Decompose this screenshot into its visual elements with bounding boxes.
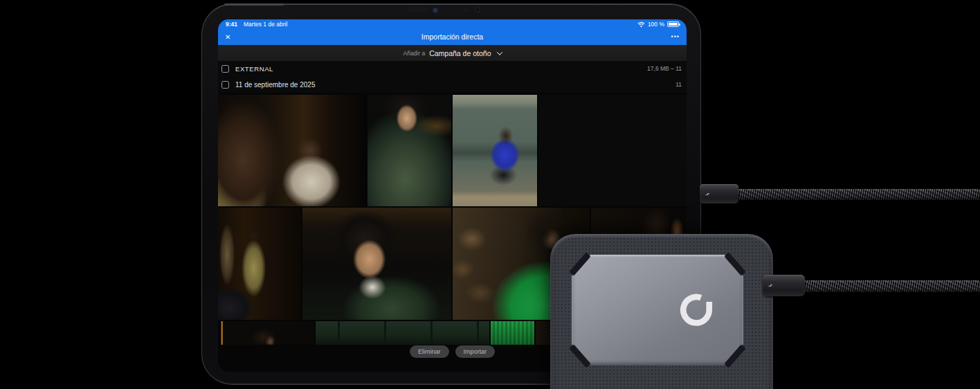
status-date: Martes 1 de abril	[244, 21, 287, 28]
battery-percent: 100 %	[648, 21, 664, 28]
destination-selector[interactable]: Añadir a Campaña de otoño	[218, 45, 687, 61]
usb-c-connector-ipad: ϟ	[700, 184, 738, 203]
ssd-faceplate	[572, 255, 743, 365]
usb-c-connector-ssd: ϟ	[763, 275, 805, 296]
chevron-down-icon	[496, 49, 502, 55]
title-bar: ✕ Importación directa •••	[218, 28, 687, 45]
delete-button[interactable]: Eliminar	[410, 345, 449, 358]
front-camera-housing	[408, 7, 427, 12]
photo-thumbnail[interactable]	[218, 95, 366, 206]
source-label: EXTERNAL	[235, 65, 273, 73]
front-camera-lens-icon	[433, 8, 437, 12]
date-count: 11	[675, 81, 682, 88]
ambient-sensor-icon	[465, 10, 466, 11]
external-checkbox[interactable]	[221, 65, 229, 73]
photo-thumbnail[interactable]	[218, 208, 301, 320]
photo-thumbnail[interactable]	[453, 95, 537, 206]
thunderbolt-icon: ϟ	[768, 284, 773, 287]
usb-c-cable-top	[736, 189, 980, 200]
usb-c-cable-bottom	[800, 280, 980, 292]
g-drive-logo-icon	[678, 293, 714, 327]
status-time: 9:41	[226, 21, 237, 28]
date-group-row[interactable]: 11 de septiembre de 2025 11	[218, 76, 687, 93]
photo-thumbnail[interactable]	[538, 95, 687, 206]
destination-album-value: Campaña de otoño	[429, 49, 491, 57]
photo-thumbnail[interactable]	[316, 321, 489, 345]
battery-icon	[667, 21, 679, 27]
photo-thumbnail[interactable]	[302, 208, 451, 320]
photo-thumbnail[interactable]	[491, 321, 534, 345]
thunderbolt-icon: ϟ	[705, 192, 710, 195]
scene: 9:41 Martes 1 de abril 100 % ✕ Imp	[0, 0, 980, 389]
page-title: Importación directa	[218, 33, 687, 41]
destination-prefix-label: Añadir a	[403, 50, 426, 57]
edge-highlight	[224, 3, 284, 6]
import-button[interactable]: Importar	[455, 345, 496, 358]
external-ssd-drive	[550, 234, 773, 389]
source-summary: 17,6 MB – 11	[647, 65, 682, 72]
date-label: 11 de septiembre de 2025	[235, 81, 315, 89]
source-row-external[interactable]: EXTERNAL 17,6 MB – 11	[218, 61, 687, 76]
photo-thumbnail[interactable]	[218, 321, 314, 345]
date-checkbox[interactable]	[221, 81, 229, 89]
status-bar: 9:41 Martes 1 de abril 100 %	[218, 19, 687, 29]
wifi-icon	[637, 21, 645, 28]
camera-ring-icon	[475, 7, 480, 12]
photo-thumbnail[interactable]	[368, 95, 451, 206]
header: 9:41 Martes 1 de abril 100 % ✕ Imp	[218, 19, 687, 45]
